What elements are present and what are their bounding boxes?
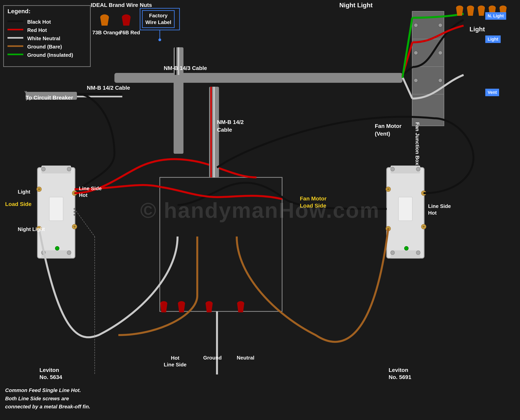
svg-rect-43 [49, 197, 63, 221]
svg-rect-66 [390, 250, 420, 258]
svg-point-83 [390, 251, 395, 255]
svg-point-81 [390, 167, 395, 171]
light-left-label: Light [18, 189, 30, 195]
svg-point-80 [404, 246, 408, 250]
svg-point-82 [416, 167, 420, 171]
fan-junction-box-label: Fan Junction Box [414, 122, 420, 165]
svg-marker-33 [467, 8, 474, 16]
legend-title: Legend: [8, 8, 31, 15]
svg-point-20 [438, 23, 442, 27]
73b-orange-label: 73B Orange [92, 30, 121, 36]
legend-white-neutral: White Neutral [27, 36, 60, 42]
line-side-hot-left-label: Line SideHot [79, 185, 102, 199]
svg-marker-31 [456, 8, 463, 16]
light-top: Light [469, 26, 485, 33]
svg-marker-104 [237, 304, 244, 312]
nmb142-right-label: NM-B 14/2Cable [217, 118, 244, 134]
legend-ground-insulated: Ground (Insulated) [27, 52, 73, 58]
load-side-label: Load Side [5, 201, 31, 207]
fan-motor-vent-label: Fan Motor(Vent) [375, 122, 401, 138]
svg-marker-11 [100, 17, 109, 26]
n-light-box: N. Light [485, 12, 506, 20]
svg-point-21 [414, 51, 418, 55]
ground-label: Ground [203, 355, 222, 361]
svg-point-84 [416, 251, 420, 255]
svg-point-24 [438, 78, 442, 82]
line-side-hot-right-label: Line SideHot [428, 203, 451, 216]
svg-point-19 [414, 23, 418, 27]
svg-point-9 [158, 38, 161, 41]
legend-red-hot: Red Hot [27, 27, 47, 33]
vent-box: Vent [485, 89, 499, 96]
svg-point-58 [74, 211, 76, 213]
svg-point-59 [74, 214, 76, 216]
svg-rect-41 [41, 165, 71, 173]
svg-marker-98 [160, 304, 167, 312]
bottom-text: Common Feed Single Line Hot. Both Line S… [5, 386, 90, 411]
nmb143-label: NM-B 14/3 Cable [164, 65, 207, 71]
hot-line-side-label: HotLine Side [164, 355, 187, 368]
svg-marker-100 [178, 304, 185, 312]
76b-red-label: 76B Red [120, 30, 140, 36]
night-light-top: Night Light [339, 2, 373, 9]
fan-motor-load-side-label: Fan MotorLoad Side [300, 195, 327, 210]
leviton-5634-label: LevitonNo. 5634 [39, 367, 62, 381]
nmb142-top-label: NM-B 14/2 Cable [87, 85, 130, 91]
svg-marker-13 [122, 17, 130, 26]
night-light-left-label: Night Light [18, 226, 45, 232]
ideal-brand-label: IDEAL Brand Wire Nuts [91, 2, 152, 8]
wiring-diagram: Legend: Black Hot Red Hot White Neutral … [0, 0, 520, 420]
leviton-5691-label: LevitonNo. 5691 [389, 367, 411, 381]
svg-marker-35 [478, 8, 485, 16]
factory-wire-label: Factory Wire Label [142, 10, 175, 28]
svg-marker-102 [206, 304, 213, 312]
to-circuit-breaker-label: To Circuit Breaker [26, 95, 73, 101]
legend-black-hot: Black Hot [27, 19, 51, 25]
svg-point-60 [41, 167, 45, 171]
svg-rect-67 [398, 197, 412, 221]
svg-rect-65 [390, 165, 420, 173]
svg-rect-25 [115, 73, 402, 83]
svg-point-56 [55, 246, 59, 250]
legend-ground-bare: Ground (Bare) [27, 44, 62, 50]
svg-point-23 [414, 78, 418, 82]
svg-point-63 [67, 251, 71, 255]
neutral-label: Neutral [237, 355, 254, 361]
svg-point-61 [67, 167, 71, 171]
svg-point-22 [438, 51, 442, 55]
light-box: Light [485, 36, 501, 43]
